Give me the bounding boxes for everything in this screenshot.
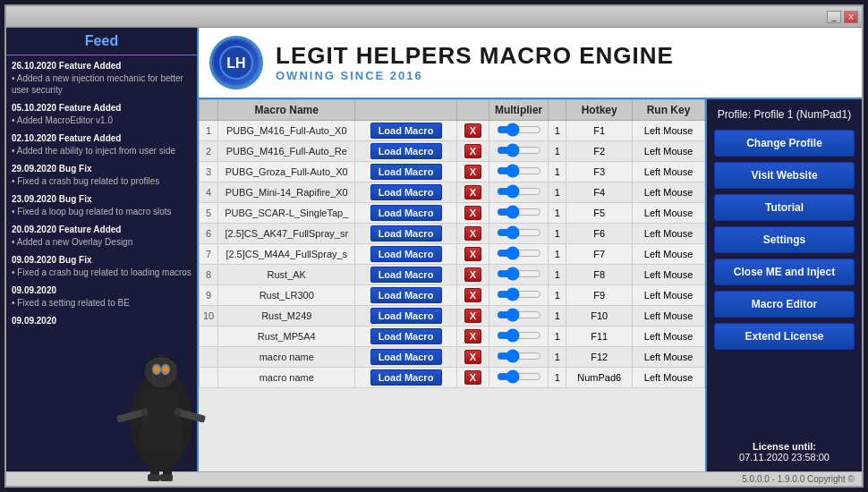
remove-button[interactable]: X: [464, 267, 481, 282]
hotkey-cell[interactable]: F11: [566, 327, 633, 347]
hotkey-cell[interactable]: F2: [566, 141, 633, 162]
runkey-cell[interactable]: Left Mouse: [633, 203, 705, 224]
runkey-cell[interactable]: Left Mouse: [633, 121, 705, 141]
multiplier-slider[interactable]: [497, 186, 541, 197]
hotkey-cell[interactable]: F8: [566, 265, 633, 285]
load-macro-button[interactable]: Load Macro: [370, 267, 442, 283]
feed-entry-body: • Fixed a loop bug related to macro slot…: [12, 206, 191, 217]
load-cell: Load Macro: [355, 368, 456, 388]
load-macro-button[interactable]: Load Macro: [370, 225, 442, 242]
multiplier-slider[interactable]: [497, 371, 541, 382]
table-area[interactable]: Macro Name Multiplier Hotkey Run Key 1PU…: [199, 99, 705, 471]
feed-entry-header: 05.10.2020 Feature Added: [12, 103, 191, 113]
remove-button[interactable]: X: [464, 123, 481, 138]
hotkey-cell[interactable]: F3: [566, 162, 633, 182]
load-macro-button[interactable]: Load Macro: [370, 123, 442, 139]
right-panel-button[interactable]: Close ME and Inject: [714, 259, 855, 285]
load-macro-button[interactable]: Load Macro: [370, 205, 442, 221]
runkey-cell[interactable]: Left Mouse: [633, 265, 705, 285]
right-panel-button[interactable]: Visit Website: [714, 162, 855, 189]
hotkey-cell[interactable]: F6: [566, 224, 633, 244]
remove-button[interactable]: X: [464, 329, 481, 344]
runkey-cell[interactable]: Left Mouse: [633, 224, 705, 244]
right-panel-button[interactable]: Change Profile: [714, 130, 855, 157]
runkey-cell[interactable]: Left Mouse: [633, 327, 705, 347]
right-panel-button[interactable]: Macro Editor: [714, 291, 855, 318]
feed-entry-header: 02.10.2020 Feature Added: [12, 133, 191, 143]
remove-button[interactable]: X: [464, 144, 481, 158]
macro-name-cell: Rust_M249: [218, 306, 355, 327]
load-macro-button[interactable]: Load Macro: [370, 308, 442, 324]
hotkey-cell[interactable]: F12: [566, 347, 633, 368]
hotkey-cell[interactable]: NumPad6: [566, 368, 633, 388]
runkey-cell[interactable]: Left Mouse: [633, 368, 705, 388]
load-macro-button[interactable]: Load Macro: [370, 349, 442, 365]
content-area: Feed 26.10.2020 Feature Added• Added a n…: [6, 28, 862, 471]
table-row: 10Rust_M249Load MacroX1F10Left Mouse: [200, 306, 705, 327]
remove-button[interactable]: X: [464, 206, 481, 220]
load-macro-button[interactable]: Load Macro: [370, 369, 442, 386]
load-cell: Load Macro: [355, 141, 456, 162]
hotkey-cell[interactable]: F7: [566, 244, 633, 265]
runkey-cell[interactable]: Left Mouse: [633, 347, 705, 368]
hotkey-cell[interactable]: F9: [566, 285, 633, 306]
x-cell: X: [456, 121, 489, 141]
remove-button[interactable]: X: [464, 226, 481, 241]
row-number: 10: [200, 306, 218, 327]
remove-button[interactable]: X: [464, 309, 481, 323]
load-macro-button[interactable]: Load Macro: [370, 328, 442, 344]
hotkey-cell[interactable]: F10: [566, 306, 633, 327]
feed-content[interactable]: 26.10.2020 Feature Added• Added a new in…: [6, 55, 197, 471]
license-date: 07.11.2020 23:58:00: [714, 452, 855, 462]
macro-name-cell: PUBG_SCAR-L_SingleTap_: [218, 203, 355, 224]
remove-button[interactable]: X: [464, 165, 481, 179]
row-number: 2: [200, 141, 218, 162]
multiplier-slider[interactable]: [497, 165, 541, 176]
load-cell: Load Macro: [355, 162, 456, 182]
hotkey-cell[interactable]: F4: [566, 182, 633, 203]
load-macro-button[interactable]: Load Macro: [370, 287, 442, 303]
macro-name-cell: PUBG_Mini-14_Rapifire_X0: [218, 182, 355, 203]
multiplier-slider[interactable]: [497, 268, 541, 279]
runkey-cell[interactable]: Left Mouse: [633, 285, 705, 306]
load-macro-button[interactable]: Load Macro: [370, 246, 442, 262]
feed-entry-header: 09.09.2020: [12, 285, 191, 295]
minimize-button[interactable]: _: [827, 11, 841, 23]
hotkey-cell[interactable]: F1: [566, 121, 633, 141]
multiplier-slider[interactable]: [497, 310, 541, 320]
runkey-cell[interactable]: Left Mouse: [633, 162, 705, 182]
right-panel-button[interactable]: Tutorial: [714, 194, 855, 221]
feed-entry-body: • Added a new Overlay Design: [12, 236, 191, 248]
multiplier-slider[interactable]: [497, 124, 541, 135]
table-row: Rust_MP5A4Load MacroX1F11Left Mouse: [200, 327, 705, 347]
load-macro-button[interactable]: Load Macro: [370, 184, 442, 200]
runkey-cell[interactable]: Left Mouse: [633, 182, 705, 203]
load-macro-button[interactable]: Load Macro: [370, 164, 442, 180]
remove-button[interactable]: X: [464, 247, 481, 261]
hotkey-cell[interactable]: F5: [566, 203, 633, 224]
runkey-cell[interactable]: Left Mouse: [633, 306, 705, 327]
multiplier-slider[interactable]: [497, 145, 541, 156]
multiplier-value: 1: [549, 265, 566, 285]
remove-button[interactable]: X: [464, 350, 481, 364]
multiplier-slider[interactable]: [497, 227, 541, 238]
right-panel-button[interactable]: Extend License: [714, 323, 855, 350]
table-header: Macro Name Multiplier Hotkey Run Key: [200, 100, 705, 121]
right-panel-button[interactable]: Settings: [714, 226, 855, 253]
multiplier-slider[interactable]: [497, 248, 541, 259]
macro-tbody: 1PUBG_M416_Full-Auto_X0Load MacroX1F1Lef…: [200, 121, 705, 388]
remove-button[interactable]: X: [464, 370, 481, 385]
multiplier-slider[interactable]: [497, 289, 541, 300]
remove-button[interactable]: X: [464, 185, 481, 199]
multiplier-slider[interactable]: [497, 330, 541, 341]
runkey-cell[interactable]: Left Mouse: [633, 141, 705, 162]
remove-button[interactable]: X: [464, 288, 481, 302]
macro-name-cell: PUBG_Groza_Full-Auto_X0: [218, 162, 355, 182]
multiplier-slider[interactable]: [497, 207, 541, 217]
feed-entry-header: 09.09.2020: [12, 316, 191, 326]
runkey-cell[interactable]: Left Mouse: [633, 244, 705, 265]
load-macro-button[interactable]: Load Macro: [370, 143, 442, 159]
load-cell: Load Macro: [355, 203, 456, 224]
multiplier-slider[interactable]: [497, 351, 541, 361]
close-button[interactable]: X: [844, 11, 858, 23]
